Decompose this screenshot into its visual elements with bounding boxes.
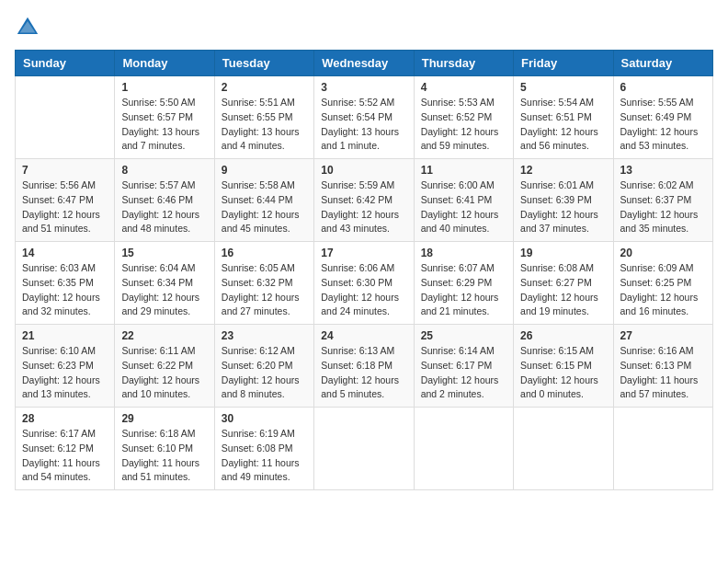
day-info: Sunrise: 6:03 AMSunset: 6:35 PMDaylight:… <box>22 261 108 319</box>
day-info: Sunrise: 6:12 AMSunset: 6:20 PMDaylight:… <box>222 344 307 402</box>
calendar-cell: 2Sunrise: 5:51 AMSunset: 6:55 PMDaylight… <box>214 76 313 159</box>
day-info: Sunrise: 6:16 AMSunset: 6:13 PMDaylight:… <box>620 344 706 402</box>
calendar-week-2: 14Sunrise: 6:03 AMSunset: 6:35 PMDayligh… <box>16 242 713 325</box>
day-number: 5 <box>520 81 606 94</box>
calendar-table: SundayMondayTuesdayWednesdayThursdayFrid… <box>15 50 713 490</box>
day-number: 10 <box>321 164 406 177</box>
day-number: 11 <box>421 164 506 177</box>
day-info: Sunrise: 6:15 AMSunset: 6:15 PMDaylight:… <box>520 344 606 402</box>
calendar-week-4: 28Sunrise: 6:17 AMSunset: 6:12 PMDayligh… <box>16 408 713 490</box>
calendar-week-1: 7Sunrise: 5:56 AMSunset: 6:47 PMDaylight… <box>16 159 713 242</box>
day-info: Sunrise: 6:05 AMSunset: 6:32 PMDaylight:… <box>222 261 307 319</box>
day-info: Sunrise: 6:10 AMSunset: 6:23 PMDaylight:… <box>22 344 108 402</box>
day-info: Sunrise: 5:54 AMSunset: 6:51 PMDaylight:… <box>520 96 606 154</box>
calendar-header-saturday: Saturday <box>613 51 712 76</box>
day-info: Sunrise: 6:18 AMSunset: 6:10 PMDaylight:… <box>121 427 207 485</box>
calendar-cell: 20Sunrise: 6:09 AMSunset: 6:25 PMDayligh… <box>613 242 712 325</box>
day-number: 21 <box>22 329 108 342</box>
calendar-cell <box>514 408 613 490</box>
calendar-cell: 24Sunrise: 6:13 AMSunset: 6:18 PMDayligh… <box>314 325 414 408</box>
day-number: 12 <box>520 164 606 177</box>
day-info: Sunrise: 6:13 AMSunset: 6:18 PMDaylight:… <box>321 344 406 402</box>
calendar-header-monday: Monday <box>115 51 214 76</box>
day-number: 25 <box>421 329 506 342</box>
calendar-cell: 8Sunrise: 5:57 AMSunset: 6:46 PMDaylight… <box>115 159 214 242</box>
calendar-cell: 11Sunrise: 6:00 AMSunset: 6:41 PMDayligh… <box>414 159 513 242</box>
day-info: Sunrise: 5:50 AMSunset: 6:57 PMDaylight:… <box>121 96 207 154</box>
calendar-header-sunday: Sunday <box>16 51 115 76</box>
day-info: Sunrise: 6:08 AMSunset: 6:27 PMDaylight:… <box>520 261 606 319</box>
calendar-cell: 17Sunrise: 6:06 AMSunset: 6:30 PMDayligh… <box>314 242 414 325</box>
day-number: 30 <box>222 412 307 425</box>
day-info: Sunrise: 5:57 AMSunset: 6:46 PMDaylight:… <box>121 178 207 236</box>
calendar-cell: 21Sunrise: 6:10 AMSunset: 6:23 PMDayligh… <box>16 325 115 408</box>
day-info: Sunrise: 6:14 AMSunset: 6:17 PMDaylight:… <box>421 344 506 402</box>
calendar-cell: 9Sunrise: 5:58 AMSunset: 6:44 PMDaylight… <box>214 159 313 242</box>
calendar-cell <box>314 408 414 490</box>
day-number: 20 <box>620 247 706 259</box>
calendar-cell: 29Sunrise: 6:18 AMSunset: 6:10 PMDayligh… <box>115 408 214 490</box>
calendar-cell: 19Sunrise: 6:08 AMSunset: 6:27 PMDayligh… <box>514 242 613 325</box>
calendar-body: 1Sunrise: 5:50 AMSunset: 6:57 PMDaylight… <box>16 76 713 490</box>
calendar-cell: 15Sunrise: 6:04 AMSunset: 6:34 PMDayligh… <box>115 242 214 325</box>
day-info: Sunrise: 6:01 AMSunset: 6:39 PMDaylight:… <box>520 178 606 236</box>
calendar-cell: 14Sunrise: 6:03 AMSunset: 6:35 PMDayligh… <box>16 242 115 325</box>
day-number: 22 <box>121 329 207 342</box>
day-number: 8 <box>121 164 207 177</box>
day-info: Sunrise: 5:58 AMSunset: 6:44 PMDaylight:… <box>222 178 307 236</box>
day-info: Sunrise: 6:17 AMSunset: 6:12 PMDaylight:… <box>22 427 108 485</box>
day-number: 3 <box>321 81 406 94</box>
calendar-cell <box>414 408 513 490</box>
day-number: 29 <box>121 412 207 425</box>
calendar-header-thursday: Thursday <box>414 51 513 76</box>
calendar-cell: 13Sunrise: 6:02 AMSunset: 6:37 PMDayligh… <box>613 159 712 242</box>
calendar-header-wednesday: Wednesday <box>314 51 414 76</box>
day-number: 24 <box>321 329 406 342</box>
calendar-cell: 10Sunrise: 5:59 AMSunset: 6:42 PMDayligh… <box>314 159 414 242</box>
calendar-cell: 5Sunrise: 5:54 AMSunset: 6:51 PMDaylight… <box>514 76 613 159</box>
day-number: 18 <box>421 247 506 259</box>
day-number: 23 <box>222 329 307 342</box>
calendar-week-0: 1Sunrise: 5:50 AMSunset: 6:57 PMDaylight… <box>16 76 713 159</box>
logo-icon <box>15 15 40 40</box>
day-number: 9 <box>222 164 307 177</box>
calendar-cell: 1Sunrise: 5:50 AMSunset: 6:57 PMDaylight… <box>115 76 214 159</box>
calendar-header-friday: Friday <box>514 51 613 76</box>
day-info: Sunrise: 6:11 AMSunset: 6:22 PMDaylight:… <box>121 344 207 402</box>
day-number: 17 <box>321 247 406 259</box>
day-info: Sunrise: 6:06 AMSunset: 6:30 PMDaylight:… <box>321 261 406 319</box>
calendar-cell: 30Sunrise: 6:19 AMSunset: 6:08 PMDayligh… <box>214 408 313 490</box>
day-number: 19 <box>520 247 606 259</box>
day-info: Sunrise: 6:09 AMSunset: 6:25 PMDaylight:… <box>620 261 706 319</box>
page-header <box>15 15 713 40</box>
day-number: 4 <box>421 81 506 94</box>
calendar-cell: 3Sunrise: 5:52 AMSunset: 6:54 PMDaylight… <box>314 76 414 159</box>
day-number: 13 <box>620 164 706 177</box>
calendar-cell: 6Sunrise: 5:55 AMSunset: 6:49 PMDaylight… <box>613 76 712 159</box>
day-number: 7 <box>22 164 108 177</box>
day-number: 15 <box>121 247 207 259</box>
calendar-header-row: SundayMondayTuesdayWednesdayThursdayFrid… <box>16 51 713 76</box>
calendar-cell: 18Sunrise: 6:07 AMSunset: 6:29 PMDayligh… <box>414 242 513 325</box>
calendar-week-3: 21Sunrise: 6:10 AMSunset: 6:23 PMDayligh… <box>16 325 713 408</box>
day-info: Sunrise: 5:55 AMSunset: 6:49 PMDaylight:… <box>620 96 706 154</box>
calendar-cell <box>613 408 712 490</box>
calendar-cell: 22Sunrise: 6:11 AMSunset: 6:22 PMDayligh… <box>115 325 214 408</box>
day-info: Sunrise: 5:52 AMSunset: 6:54 PMDaylight:… <box>321 96 406 154</box>
day-number: 28 <box>22 412 108 425</box>
day-number: 14 <box>22 247 108 259</box>
day-info: Sunrise: 6:02 AMSunset: 6:37 PMDaylight:… <box>620 178 706 236</box>
day-info: Sunrise: 6:19 AMSunset: 6:08 PMDaylight:… <box>222 427 307 485</box>
calendar-cell: 12Sunrise: 6:01 AMSunset: 6:39 PMDayligh… <box>514 159 613 242</box>
day-info: Sunrise: 6:07 AMSunset: 6:29 PMDaylight:… <box>421 261 506 319</box>
day-info: Sunrise: 5:51 AMSunset: 6:55 PMDaylight:… <box>222 96 307 154</box>
day-number: 2 <box>222 81 307 94</box>
calendar-cell: 16Sunrise: 6:05 AMSunset: 6:32 PMDayligh… <box>214 242 313 325</box>
day-number: 6 <box>620 81 706 94</box>
day-number: 1 <box>121 81 207 94</box>
day-info: Sunrise: 6:04 AMSunset: 6:34 PMDaylight:… <box>121 261 207 319</box>
calendar-cell: 4Sunrise: 5:53 AMSunset: 6:52 PMDaylight… <box>414 76 513 159</box>
day-number: 16 <box>222 247 307 259</box>
calendar-cell: 23Sunrise: 6:12 AMSunset: 6:20 PMDayligh… <box>214 325 313 408</box>
day-info: Sunrise: 5:59 AMSunset: 6:42 PMDaylight:… <box>321 178 406 236</box>
